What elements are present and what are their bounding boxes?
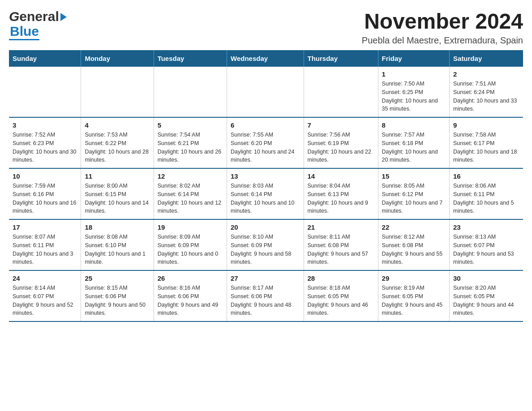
calendar-header: Sunday Monday Tuesday Wednesday Thursday… — [9, 50, 523, 67]
logo: G eneral Blue — [9, 9, 67, 40]
col-saturday: Saturday — [450, 50, 523, 67]
day-cell — [154, 67, 227, 117]
day-number: 21 — [308, 223, 374, 231]
title-area: November 2024 Puebla del Maestre, Extrem… — [362, 9, 523, 46]
day-cell: 24Sunrise: 8:14 AM Sunset: 6:07 PM Dayli… — [9, 270, 81, 321]
day-info: Sunrise: 8:11 AM Sunset: 6:08 PM Dayligh… — [308, 233, 374, 266]
day-number: 19 — [158, 223, 223, 231]
day-cell: 20Sunrise: 8:10 AM Sunset: 6:09 PM Dayli… — [227, 219, 304, 270]
page-title: November 2024 — [362, 9, 523, 34]
day-info: Sunrise: 7:56 AM Sunset: 6:19 PM Dayligh… — [308, 131, 374, 164]
day-number: 24 — [13, 274, 77, 282]
col-sunday: Sunday — [9, 50, 81, 67]
day-info: Sunrise: 8:14 AM Sunset: 6:07 PM Dayligh… — [13, 284, 77, 317]
day-info: Sunrise: 7:59 AM Sunset: 6:16 PM Dayligh… — [13, 182, 77, 215]
day-number: 23 — [453, 223, 519, 231]
day-cell: 25Sunrise: 8:15 AM Sunset: 6:06 PM Dayli… — [81, 270, 154, 321]
day-number: 17 — [13, 223, 77, 231]
day-cell: 5Sunrise: 7:54 AM Sunset: 6:21 PM Daylig… — [154, 117, 227, 168]
page-container: G eneral Blue November 2024 Puebla del M… — [9, 9, 523, 322]
day-number: 15 — [382, 172, 446, 180]
logo-g-letter: G — [9, 9, 19, 24]
header-row: Sunday Monday Tuesday Wednesday Thursday… — [9, 50, 523, 67]
day-cell: 1Sunrise: 7:50 AM Sunset: 6:25 PM Daylig… — [378, 67, 449, 117]
day-number: 27 — [231, 274, 300, 282]
day-cell: 26Sunrise: 8:16 AM Sunset: 6:06 PM Dayli… — [154, 270, 227, 321]
day-info: Sunrise: 7:50 AM Sunset: 6:25 PM Dayligh… — [382, 80, 446, 113]
day-cell: 14Sunrise: 8:04 AM Sunset: 6:13 PM Dayli… — [304, 168, 378, 219]
day-cell — [9, 67, 81, 117]
col-monday: Monday — [81, 50, 154, 67]
day-cell: 17Sunrise: 8:07 AM Sunset: 6:11 PM Dayli… — [9, 219, 81, 270]
day-info: Sunrise: 8:13 AM Sunset: 6:07 PM Dayligh… — [453, 233, 519, 266]
day-info: Sunrise: 8:08 AM Sunset: 6:10 PM Dayligh… — [85, 233, 150, 266]
day-info: Sunrise: 8:06 AM Sunset: 6:11 PM Dayligh… — [453, 182, 519, 215]
day-info: Sunrise: 7:51 AM Sunset: 6:24 PM Dayligh… — [453, 80, 519, 113]
day-info: Sunrise: 8:00 AM Sunset: 6:15 PM Dayligh… — [85, 182, 150, 215]
day-number: 28 — [308, 274, 374, 282]
logo-underline — [9, 39, 39, 40]
day-info: Sunrise: 8:03 AM Sunset: 6:14 PM Dayligh… — [231, 182, 300, 215]
header: G eneral Blue November 2024 Puebla del M… — [9, 9, 523, 46]
day-cell: 13Sunrise: 8:03 AM Sunset: 6:14 PM Dayli… — [227, 168, 304, 219]
day-number: 26 — [158, 274, 223, 282]
day-info: Sunrise: 8:16 AM Sunset: 6:06 PM Dayligh… — [158, 284, 223, 317]
day-info: Sunrise: 7:54 AM Sunset: 6:21 PM Dayligh… — [158, 131, 223, 164]
day-info: Sunrise: 8:20 AM Sunset: 6:05 PM Dayligh… — [453, 284, 519, 317]
week-row-3: 10Sunrise: 7:59 AM Sunset: 6:16 PM Dayli… — [9, 168, 523, 219]
col-friday: Friday — [378, 50, 449, 67]
logo-blue-text: Blue — [10, 24, 39, 39]
day-number: 18 — [85, 223, 150, 231]
day-cell: 6Sunrise: 7:55 AM Sunset: 6:20 PM Daylig… — [227, 117, 304, 168]
day-cell: 21Sunrise: 8:11 AM Sunset: 6:08 PM Dayli… — [304, 219, 378, 270]
day-cell — [81, 67, 154, 117]
day-cell: 3Sunrise: 7:52 AM Sunset: 6:23 PM Daylig… — [9, 117, 81, 168]
day-cell: 28Sunrise: 8:18 AM Sunset: 6:05 PM Dayli… — [304, 270, 378, 321]
day-cell: 15Sunrise: 8:05 AM Sunset: 6:12 PM Dayli… — [378, 168, 449, 219]
week-row-2: 3Sunrise: 7:52 AM Sunset: 6:23 PM Daylig… — [9, 117, 523, 168]
day-info: Sunrise: 7:55 AM Sunset: 6:20 PM Dayligh… — [231, 131, 300, 164]
col-tuesday: Tuesday — [154, 50, 227, 67]
calendar-table: Sunday Monday Tuesday Wednesday Thursday… — [9, 50, 523, 322]
day-cell: 27Sunrise: 8:17 AM Sunset: 6:06 PM Dayli… — [227, 270, 304, 321]
week-row-5: 24Sunrise: 8:14 AM Sunset: 6:07 PM Dayli… — [9, 270, 523, 321]
day-info: Sunrise: 7:53 AM Sunset: 6:22 PM Dayligh… — [85, 131, 150, 164]
day-cell: 4Sunrise: 7:53 AM Sunset: 6:22 PM Daylig… — [81, 117, 154, 168]
day-cell: 11Sunrise: 8:00 AM Sunset: 6:15 PM Dayli… — [81, 168, 154, 219]
day-number: 1 — [382, 70, 446, 78]
day-info: Sunrise: 8:17 AM Sunset: 6:06 PM Dayligh… — [231, 284, 300, 317]
day-number: 29 — [382, 274, 446, 282]
day-cell: 30Sunrise: 8:20 AM Sunset: 6:05 PM Dayli… — [450, 270, 523, 321]
day-number: 7 — [308, 121, 374, 129]
day-cell: 29Sunrise: 8:19 AM Sunset: 6:05 PM Dayli… — [378, 270, 449, 321]
day-cell: 18Sunrise: 8:08 AM Sunset: 6:10 PM Dayli… — [81, 219, 154, 270]
day-cell: 12Sunrise: 8:02 AM Sunset: 6:14 PM Dayli… — [154, 168, 227, 219]
page-subtitle: Puebla del Maestre, Extremadura, Spain — [362, 35, 523, 46]
day-info: Sunrise: 8:10 AM Sunset: 6:09 PM Dayligh… — [231, 233, 300, 266]
day-number: 12 — [158, 172, 223, 180]
day-number: 5 — [158, 121, 223, 129]
col-thursday: Thursday — [304, 50, 378, 67]
day-info: Sunrise: 8:02 AM Sunset: 6:14 PM Dayligh… — [158, 182, 223, 215]
day-number: 8 — [382, 121, 446, 129]
day-cell: 9Sunrise: 7:58 AM Sunset: 6:17 PM Daylig… — [450, 117, 523, 168]
day-number: 3 — [13, 121, 77, 129]
day-cell: 22Sunrise: 8:12 AM Sunset: 6:08 PM Dayli… — [378, 219, 449, 270]
day-number: 4 — [85, 121, 150, 129]
day-number: 25 — [85, 274, 150, 282]
day-info: Sunrise: 7:58 AM Sunset: 6:17 PM Dayligh… — [453, 131, 519, 164]
day-info: Sunrise: 8:19 AM Sunset: 6:05 PM Dayligh… — [382, 284, 446, 317]
week-row-1: 1Sunrise: 7:50 AM Sunset: 6:25 PM Daylig… — [9, 67, 523, 117]
day-cell — [227, 67, 304, 117]
day-number: 6 — [231, 121, 300, 129]
day-info: Sunrise: 8:05 AM Sunset: 6:12 PM Dayligh… — [382, 182, 446, 215]
day-cell: 2Sunrise: 7:51 AM Sunset: 6:24 PM Daylig… — [450, 67, 523, 117]
day-cell: 23Sunrise: 8:13 AM Sunset: 6:07 PM Dayli… — [450, 219, 523, 270]
day-cell: 8Sunrise: 7:57 AM Sunset: 6:18 PM Daylig… — [378, 117, 449, 168]
day-cell: 7Sunrise: 7:56 AM Sunset: 6:19 PM Daylig… — [304, 117, 378, 168]
logo-arrow-icon — [60, 13, 67, 21]
day-info: Sunrise: 8:15 AM Sunset: 6:06 PM Dayligh… — [85, 284, 150, 317]
day-number: 9 — [453, 121, 519, 129]
day-number: 2 — [453, 70, 519, 78]
week-row-4: 17Sunrise: 8:07 AM Sunset: 6:11 PM Dayli… — [9, 219, 523, 270]
